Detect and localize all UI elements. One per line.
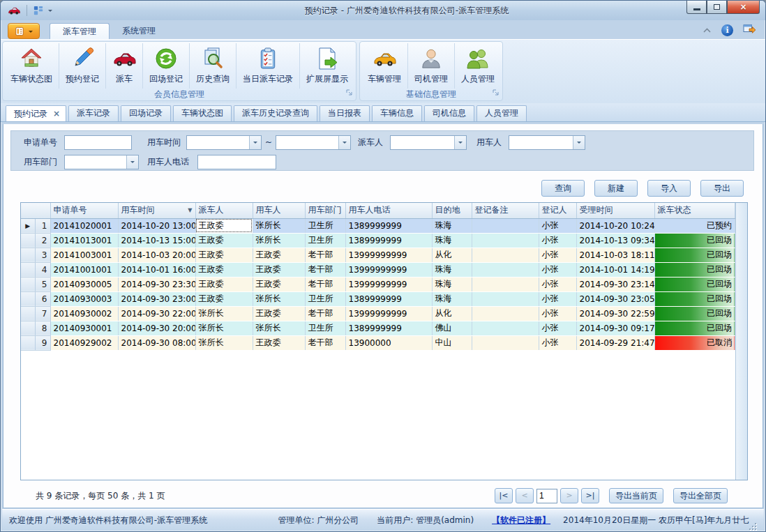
grid-cell[interactable]: 2014-10-01 16:00 (118, 262, 195, 277)
import-button[interactable]: 导入 (647, 180, 691, 197)
grid-cell[interactable]: 王政委 (253, 277, 305, 291)
grid-cell[interactable]: 老干部 (305, 262, 345, 277)
doc-tab-return-records[interactable]: 回场记录 (121, 105, 171, 121)
apply-no-input[interactable] (64, 135, 132, 150)
grid-cell[interactable] (472, 218, 539, 233)
chevron-down-icon[interactable] (454, 136, 466, 149)
doc-tab-vehicle-info[interactable]: 车辆信息 (372, 105, 422, 121)
column-header[interactable]: 用车人电话 (345, 203, 432, 218)
doc-tab-history-query[interactable]: 派车历史记录查询 (234, 105, 317, 121)
grid-cell[interactable]: 王政委 (253, 248, 305, 262)
grid-cell[interactable]: 2014-09-30 23:30 (118, 277, 195, 291)
doc-tab-daily-report[interactable]: 当日报表 (320, 105, 370, 121)
restore-button[interactable] (707, 1, 727, 14)
grid-cell[interactable]: 珠海 (432, 291, 472, 306)
grid-cell[interactable] (472, 291, 539, 306)
grid-cell[interactable]: 王政委 (195, 233, 253, 248)
app-menu-button[interactable] (8, 23, 40, 39)
export-current-page-button[interactable]: 导出当前页 (609, 488, 663, 503)
grid-cell[interactable]: 张所长 (253, 291, 305, 306)
grid-cell[interactable]: 中山 (432, 335, 472, 350)
grid-cell[interactable]: 珠海 (432, 233, 472, 248)
grid-cell[interactable]: 2014-10-20 13:00 (118, 218, 195, 233)
dialog-launcher-icon[interactable] (493, 89, 500, 98)
grid-cell[interactable]: 13900000 (345, 335, 432, 350)
table-row[interactable]: 2201410130012014-10-13 15:00王政委张所长卫生所138… (21, 233, 735, 248)
table-row[interactable]: 5201409300052014-09-30 23:30王政委王政委老干部139… (21, 277, 735, 291)
grid-cell[interactable]: 13999999999 (345, 277, 432, 291)
vertical-scrollbar[interactable] (735, 203, 747, 480)
user-combo[interactable] (509, 135, 585, 150)
ribbon-item-vehicle-management[interactable]: 车辆管理 (361, 43, 407, 89)
status-cell[interactable]: 已回场 (654, 277, 735, 291)
ribbon-item-vehicle-status-map[interactable]: 车辆状态图 (4, 43, 59, 89)
grid-cell[interactable]: 珠海 (432, 277, 472, 291)
table-row[interactable]: 4201410010012014-10-01 16:00王政委王政委老干部139… (21, 262, 735, 277)
close-tab-icon[interactable]: × (53, 107, 60, 121)
grid-cell[interactable]: 老干部 (305, 248, 345, 262)
ribbon-item-return-registration[interactable]: 回场登记 (142, 43, 189, 89)
grid-cell[interactable]: 20140930003 (50, 291, 118, 306)
grid-cell[interactable]: 小张 (539, 291, 576, 306)
dispatcher-combo[interactable] (390, 135, 467, 150)
grid-cell[interactable]: 13999999999 (345, 306, 432, 321)
grid-cell[interactable]: 20141013001 (50, 233, 118, 248)
chevron-down-icon[interactable] (249, 136, 261, 149)
grid-cell[interactable]: 2014-09-30 20:00 (118, 321, 195, 335)
grid-cell[interactable] (472, 335, 539, 350)
grid-cell[interactable]: 2014-10-03 18:11 (576, 248, 654, 262)
grid-cell[interactable]: 小张 (539, 321, 576, 335)
minimize-button[interactable] (686, 1, 707, 14)
doc-tab-driver-info[interactable]: 司机信息 (424, 105, 474, 121)
grid-cell[interactable]: 13999999999 (345, 248, 432, 262)
grid-cell[interactable]: 20141001001 (50, 262, 118, 277)
query-button[interactable]: 查询 (541, 180, 585, 197)
grid-cell[interactable]: 王政委 (253, 262, 305, 277)
chevron-down-icon[interactable] (573, 136, 585, 149)
use-time-from-combo[interactable] (186, 135, 262, 150)
grid-cell[interactable]: 张所长 (195, 335, 253, 350)
table-row[interactable]: 7201409300022014-09-30 22:00张所长王政委老干部139… (21, 306, 735, 321)
column-header[interactable]: 登记备注 (472, 203, 539, 218)
table-row[interactable]: 6201409300032014-09-30 23:00王政委张所长卫生所138… (21, 291, 735, 306)
grid-cell[interactable]: 2014-09-30 22:00 (118, 306, 195, 321)
grid-cell[interactable]: 卫生所 (305, 218, 345, 233)
grid-cell[interactable]: 20141003001 (50, 248, 118, 262)
grid-cell[interactable] (472, 233, 539, 248)
resize-grip-icon[interactable] (749, 522, 757, 531)
ribbon-item-today-dispatch-records[interactable]: 当日派车记录 (236, 43, 299, 89)
grid-cell[interactable]: 小张 (539, 306, 576, 321)
grid-cell[interactable]: 20141020001 (50, 218, 118, 233)
grid-cell[interactable]: 小张 (539, 277, 576, 291)
grid-cell[interactable]: 从化 (432, 248, 472, 262)
column-header[interactable]: 派车状态 (654, 203, 735, 218)
doc-tab-vehicle-status-map[interactable]: 车辆状态图 (173, 105, 232, 121)
status-cell[interactable]: 已回场 (654, 262, 735, 277)
prev-page-button[interactable]: < (516, 488, 534, 503)
grid-cell[interactable]: 1389999999 (345, 233, 432, 248)
first-page-button[interactable]: |< (495, 488, 513, 503)
grid-cell[interactable]: 1389999999 (345, 321, 432, 335)
grid-cell[interactable]: 珠海 (432, 262, 472, 277)
status-cell[interactable]: 已取消 (654, 335, 735, 350)
doc-tab-dispatch-records[interactable]: 派车记录 (68, 105, 119, 121)
chevron-down-icon[interactable] (126, 155, 138, 169)
status-cell[interactable]: 已回场 (654, 291, 735, 306)
grid-cell[interactable]: 老干部 (305, 335, 345, 350)
grid-cell[interactable]: 2014-09-30 08:00 (118, 335, 195, 350)
column-header[interactable]: 目的地 (432, 203, 472, 218)
export-button[interactable]: 导出 (700, 180, 744, 197)
grid-cell[interactable]: 2014-09-30 23:05 (576, 291, 654, 306)
column-header[interactable]: 登记人 (539, 203, 576, 218)
grid-cell[interactable]: 张所长 (195, 306, 253, 321)
status-cell[interactable]: 已回场 (654, 233, 735, 248)
grid-cell[interactable]: 2014-10-13 15:00 (118, 233, 195, 248)
ribbon-item-history-query[interactable]: 历史查询 (189, 43, 236, 89)
grid-cell[interactable]: 2014-09-30 09:17 (576, 321, 654, 335)
grid-cell[interactable]: 卫生所 (305, 291, 345, 306)
grid-cell[interactable]: 佛山 (432, 321, 472, 335)
column-header[interactable]: 用车部门 (305, 203, 345, 218)
grid-cell[interactable] (472, 248, 539, 262)
table-row[interactable]: ▶1201410200012014-10-20 13:00王政委张所长卫生所13… (21, 218, 735, 233)
grid-cell[interactable]: 老干部 (305, 306, 345, 321)
